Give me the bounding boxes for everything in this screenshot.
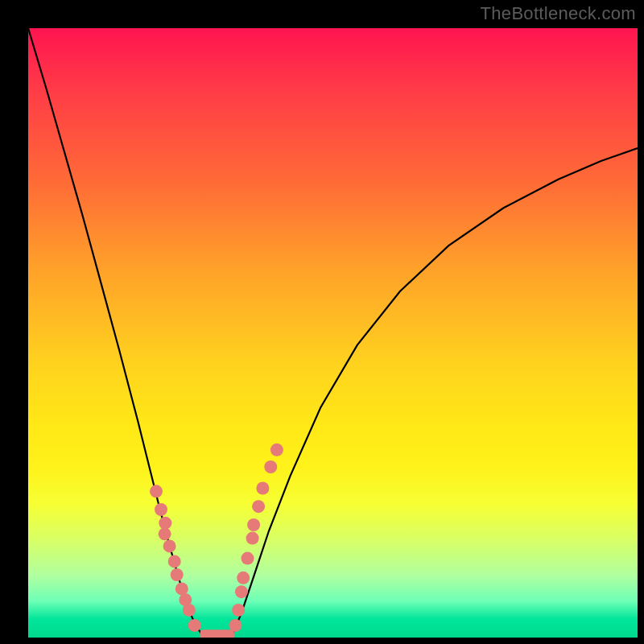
highlight-dot <box>159 517 171 530</box>
highlight-dot <box>163 539 176 552</box>
highlight-dot <box>229 619 242 632</box>
highlight-dot <box>155 503 167 516</box>
highlight-dot <box>150 485 163 497</box>
highlight-dot <box>159 527 171 540</box>
highlight-dot <box>168 555 181 568</box>
highlight-dot <box>246 532 259 545</box>
highlight-dot <box>252 500 265 513</box>
dots-right-branch <box>229 444 283 632</box>
highlight-dot <box>232 604 245 617</box>
highlight-dot <box>175 582 188 595</box>
curve-layer <box>28 28 638 638</box>
dots-left-branch <box>150 485 201 632</box>
trough-highlight <box>200 630 234 638</box>
highlight-dot <box>256 482 269 495</box>
highlight-dot <box>247 518 260 531</box>
highlight-dot <box>270 444 283 456</box>
highlight-dot <box>264 460 277 473</box>
chart-stage: TheBottleneck.com <box>0 0 644 644</box>
watermark-text: TheBottleneck.com <box>481 3 636 24</box>
highlight-dot <box>242 552 254 565</box>
plot-area <box>28 28 638 638</box>
highlight-dot <box>235 585 248 598</box>
highlight-dot <box>183 604 196 617</box>
highlight-dot <box>171 568 184 581</box>
bottleneck-curve <box>28 28 638 638</box>
highlight-dot <box>237 572 250 584</box>
highlight-dot <box>188 619 201 632</box>
